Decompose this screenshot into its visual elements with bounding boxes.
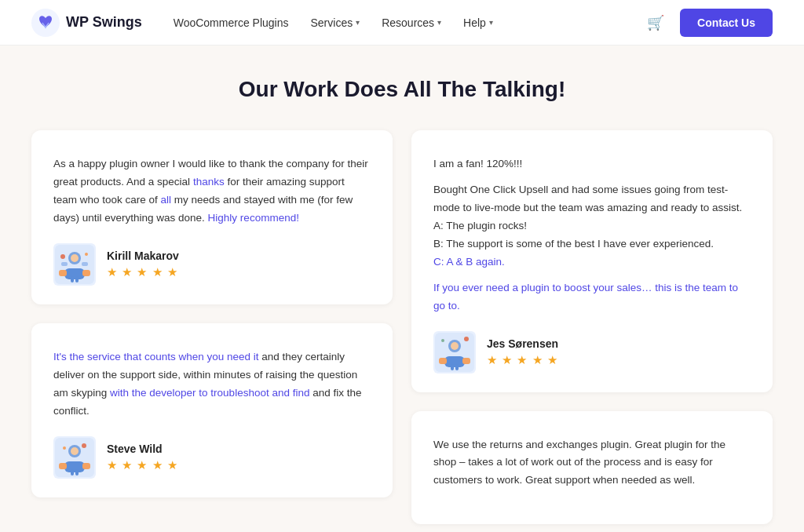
svg-rect-26 [439,358,447,364]
svg-rect-30 [455,364,459,370]
reviewer-info-2: Steve Wild ★ ★ ★ ★ ★ [107,443,178,472]
svg-rect-16 [59,463,67,469]
svg-rect-27 [462,358,470,364]
svg-point-22 [63,446,66,450]
chevron-down-icon: ▾ [437,18,441,27]
svg-rect-3 [64,268,85,279]
left-column: As a happy plugin owner I would like to … [31,130,393,524]
reviewer-row-3: Jes Sørensen ★ ★ ★ ★ ★ [433,331,751,373]
review-text-1: As a happy plugin owner I would like to … [53,155,371,228]
reviewer-row-2: Steve Wild ★ ★ ★ ★ ★ [53,436,371,479]
chevron-down-icon: ▾ [356,18,360,27]
svg-rect-19 [71,469,74,476]
avatar-1 [53,243,96,286]
review-text-2: It's the service that counts when you ne… [53,348,371,421]
svg-rect-17 [82,463,90,469]
svg-rect-7 [71,276,74,282]
chevron-down-icon: ▾ [489,18,493,27]
svg-point-28 [451,342,459,350]
svg-rect-25 [444,356,465,367]
svg-rect-5 [82,270,90,276]
svg-rect-4 [59,270,67,276]
svg-point-18 [71,447,79,455]
reviewer-row-1: Kirill Makarov ★ ★ ★ ★ ★ [53,243,371,286]
nav-services[interactable]: Services ▾ [310,16,360,29]
reviewer-name-1: Kirill Makarov [107,250,179,262]
nav-woocommerce-plugins[interactable]: WooCommerce Plugins [174,16,289,29]
reviewer-name-3: Jes Sørensen [487,337,558,350]
svg-rect-10 [82,262,88,266]
review-card-1: As a happy plugin owner I would like to … [31,130,393,304]
nav-resources[interactable]: Resources ▾ [382,16,441,29]
right-column: I am a fan! 120%!!! Bought One Click Ups… [411,130,773,524]
review-card-4: We use the returns and exchanges plugin.… [411,411,773,525]
stars-2: ★ ★ ★ ★ ★ [107,458,178,472]
reviews-grid: As a happy plugin owner I would like to … [31,130,773,524]
svg-rect-15 [64,461,85,472]
main-content: Our Work Does All The Talking! As a happ… [0,46,804,532]
svg-point-21 [82,443,86,448]
svg-rect-8 [75,276,79,282]
review-card-2: It's the service that counts when you ne… [31,323,393,497]
nav-help[interactable]: Help ▾ [463,16,493,29]
cart-icon[interactable]: 🛒 [647,14,664,31]
review-text-3: I am a fan! 120%!!! Bought One Click Ups… [433,155,751,315]
nav-right: 🛒 Contact Us [647,9,773,37]
page-title: Our Work Does All The Talking! [31,77,773,102]
review-text-4: We use the returns and exchanges plugin.… [433,436,751,490]
svg-point-12 [85,253,88,256]
svg-point-32 [441,339,444,342]
logo-icon [31,9,60,37]
contact-us-button[interactable]: Contact Us [680,9,773,37]
review-card-3: I am a fan! 120%!!! Bought One Click Ups… [411,130,773,392]
svg-rect-9 [61,262,68,266]
stars-3: ★ ★ ★ ★ ★ [487,353,558,367]
avatar-3 [433,331,476,373]
nav-links: WooCommerce Plugins Services ▾ Resources… [174,16,647,29]
stars-1: ★ ★ ★ ★ ★ [107,265,179,279]
logo[interactable]: WP Swings [31,9,142,37]
logo-text: WP Swings [66,14,142,31]
svg-rect-29 [451,364,454,370]
svg-rect-20 [75,469,79,476]
svg-point-31 [464,337,469,341]
avatar-2 [53,436,96,479]
svg-point-11 [60,254,65,259]
reviewer-info-1: Kirill Makarov ★ ★ ★ ★ ★ [107,250,179,279]
reviewer-name-2: Steve Wild [107,443,178,455]
reviewer-info-3: Jes Sørensen ★ ★ ★ ★ ★ [487,337,558,367]
svg-point-6 [71,254,79,262]
navbar: WP Swings WooCommerce Plugins Services ▾… [0,0,804,46]
